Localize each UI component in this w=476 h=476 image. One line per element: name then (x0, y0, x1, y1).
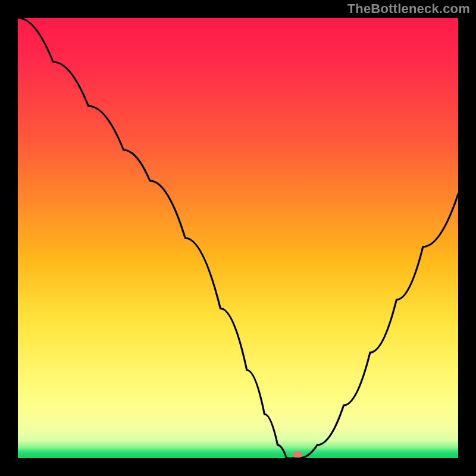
chart-frame: TheBottleneck.com (0, 0, 476, 476)
optimal-marker (293, 452, 302, 458)
plot-area (18, 18, 458, 458)
bottleneck-curve (18, 18, 458, 458)
watermark-text: TheBottleneck.com (347, 1, 470, 17)
